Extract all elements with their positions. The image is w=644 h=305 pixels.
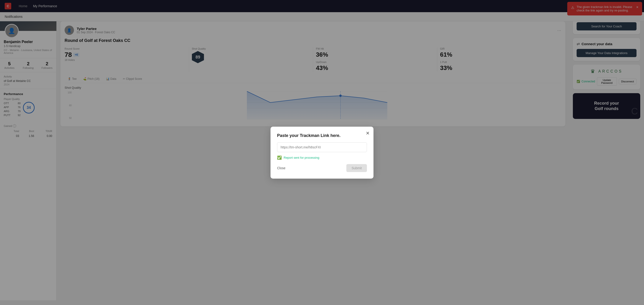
modal-success-message: ✅ Report sent for processing [277, 156, 367, 160]
success-check-icon: ✅ [277, 156, 282, 160]
trackman-modal: Paste your Trackman Link here. ✕ ✅ Repor… [270, 127, 374, 178]
modal-title: Paste your Trackman Link here. [277, 133, 367, 138]
trackman-link-input[interactable] [277, 142, 367, 152]
modal-overlay: Paste your Trackman Link here. ✕ ✅ Repor… [0, 0, 644, 305]
success-text: Report sent for processing [284, 156, 319, 160]
modal-actions: Close Submit [277, 164, 367, 172]
modal-close-button[interactable]: Close [277, 166, 286, 170]
modal-close-x-button[interactable]: ✕ [366, 130, 370, 136]
modal-submit-button[interactable]: Submit [346, 164, 367, 172]
